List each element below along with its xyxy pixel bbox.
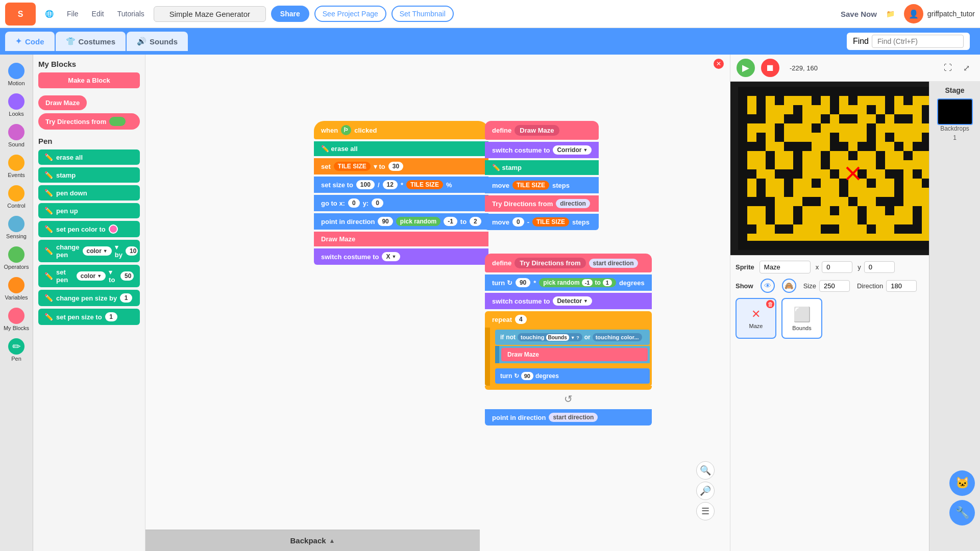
globe-button[interactable]: 🌐	[41, 8, 58, 20]
pen-up-block[interactable]: ✏️ pen up	[38, 203, 140, 218]
try-directions-call-block[interactable]: Try Directions from direction	[485, 195, 599, 212]
try-directions-def-label: Try Directions from	[514, 258, 585, 268]
edit-menu-button[interactable]: Edit	[88, 8, 108, 20]
switch-costume-detector-block[interactable]: switch costume to Detector ▼	[485, 293, 652, 309]
start-direction-param: start direction	[589, 259, 638, 268]
x-position-input[interactable]	[822, 261, 852, 273]
erase-all-block[interactable]: ✏️ erase all	[38, 149, 140, 165]
point-in-start-direction[interactable]: point in direction start direction	[485, 409, 652, 425]
green-flag-button[interactable]: ▶	[737, 59, 755, 77]
sidebar-item-pen[interactable]: ✏ Pen	[1, 335, 32, 365]
zoom-fit-button[interactable]: ☰	[696, 502, 715, 520]
sprite-name-input[interactable]	[760, 261, 811, 273]
svg-rect-78	[821, 224, 839, 234]
stage-label[interactable]: Stage	[945, 86, 964, 94]
erase-all-script-block[interactable]: ✏️ erase all	[314, 141, 488, 156]
costume-x-dropdown[interactable]: X ▼	[382, 252, 400, 261]
set-size-block[interactable]: set size to 100 / 12 * TILE SIZE %	[314, 177, 488, 193]
switch-costume-x-block[interactable]: switch costume to X ▼	[314, 248, 488, 265]
define-draw-maze-block[interactable]: define Draw Maze	[485, 121, 599, 140]
direction-input[interactable]	[886, 280, 917, 292]
detector-dropdown[interactable]: Detector ▼	[553, 296, 592, 306]
pen-down-block[interactable]: ✏️ pen down	[38, 185, 140, 201]
extensions-button[interactable]: 🔧	[949, 500, 975, 525]
set-thumbnail-button[interactable]: Set Thumbnail	[391, 6, 454, 22]
sidebar-item-operators[interactable]: Operators	[1, 243, 32, 273]
repeat-4-block[interactable]: repeat 4 if not touching Bounds ▼ ? or t…	[485, 311, 652, 390]
draw-maze-call-block[interactable]: Draw Maze	[314, 232, 488, 246]
y-position-input[interactable]	[864, 261, 895, 273]
zoom-in-button[interactable]: 🔍	[696, 461, 715, 480]
find-input[interactable]	[872, 35, 964, 48]
switch-costume-corridor-block[interactable]: switch costume to Corridor ▼	[485, 142, 599, 158]
sidebar-item-sound[interactable]: Sound	[1, 121, 32, 151]
sidebar-item-variables[interactable]: Variables	[1, 274, 32, 304]
bounds-dropdown[interactable]: Bounds	[546, 334, 569, 341]
pick-random-inner[interactable]: pick random -1 to 1	[539, 278, 616, 287]
pen-color-type-dropdown[interactable]: color	[77, 271, 106, 281]
folder-button[interactable]: 📁	[882, 8, 899, 20]
touching-color[interactable]: touching color...	[593, 333, 642, 341]
tab-costumes[interactable]: 👕 Costumes	[56, 32, 126, 51]
delete-maze-button[interactable]: 🗑	[766, 300, 774, 308]
move-tile-size-block[interactable]: move TILE SIZE steps	[485, 177, 599, 193]
sidebar-item-control[interactable]: Control	[1, 182, 32, 212]
chat-cat-button[interactable]: 🐱	[949, 470, 975, 496]
turn-random-block[interactable]: turn ↻ 90 * pick random -1 to 1 degrees	[485, 274, 652, 291]
stamp-block[interactable]: ✏️ stamp	[38, 167, 140, 183]
sidebar-item-motion[interactable]: Motion	[1, 60, 32, 89]
set-pen-color-block[interactable]: ✏️ set pen color to	[38, 221, 140, 237]
when-flag-clicked-block[interactable]: when 🏳 clicked	[314, 121, 488, 139]
sidebar-item-looks[interactable]: Looks	[1, 90, 32, 120]
sound-icon	[8, 124, 24, 140]
pick-random-block[interactable]: pick random	[396, 217, 440, 226]
file-menu-button[interactable]: File	[63, 8, 83, 20]
go-to-xy-block[interactable]: go to x: 0 y: 0	[314, 195, 488, 211]
draw-maze-inner-call[interactable]: Draw Maze	[501, 348, 648, 361]
stage-background-thumbnail[interactable]	[937, 98, 973, 125]
sidebar-item-myblocks[interactable]: My Blocks	[1, 305, 32, 334]
set-tile-size-block[interactable]: set TILE SIZE ▾ to 30	[314, 158, 488, 174]
tutorials-button[interactable]: Tutorials	[113, 8, 149, 20]
secondbar: ✦ Code 👕 Costumes 🔊 Sounds Find	[0, 28, 980, 55]
corridor-dropdown[interactable]: Corridor ▼	[553, 145, 592, 155]
svg-rect-42	[766, 151, 775, 169]
set-pen-color-val-block[interactable]: ✏️ set pen color ▾ to 50	[38, 265, 140, 287]
tab-code[interactable]: ✦ Code	[5, 32, 55, 51]
expand-stage-button[interactable]: ⛶	[940, 60, 955, 76]
toggle-switch[interactable]	[109, 117, 126, 126]
tab-sounds[interactable]: 🔊 Sounds	[127, 32, 188, 51]
see-project-button[interactable]: See Project Page	[314, 6, 386, 22]
show-visible-button[interactable]: 👁	[761, 279, 775, 293]
point-direction-block[interactable]: point in direction 90 pick random -1 to …	[314, 213, 488, 230]
try-directions-block[interactable]: Try Directions from	[38, 113, 140, 130]
sprite-thumb-maze[interactable]: 🗑 ✕ Maze	[736, 298, 776, 339]
project-title-input[interactable]: Simple Maze Generator	[154, 6, 266, 22]
fullscreen-button[interactable]: ⤢	[959, 60, 974, 76]
stamp-block2[interactable]: ✏️ stamp	[485, 160, 599, 175]
close-script-button[interactable]: ✕	[714, 59, 724, 69]
define-try-directions-block[interactable]: define Try Directions from start directi…	[485, 254, 652, 272]
show-hidden-button[interactable]: 🙈	[782, 279, 796, 293]
coordinates-display: -229, 160	[790, 64, 818, 72]
make-block-button[interactable]: Make a Block	[38, 72, 140, 88]
backpack-bar[interactable]: Backpack ▲	[145, 530, 480, 551]
zoom-out-button[interactable]: 🔎	[696, 482, 715, 500]
change-pen-color-block[interactable]: ✏️ change pen color ▾ by 10	[38, 240, 140, 262]
size-input[interactable]	[819, 280, 850, 292]
sidebar-item-events[interactable]: Events	[1, 152, 32, 181]
move-back-block[interactable]: move 0 - TILE SIZE steps	[485, 214, 599, 230]
draw-maze-block[interactable]: Draw Maze	[38, 95, 87, 110]
set-pen-size-block[interactable]: ✏️ set pen size to 1	[38, 309, 140, 325]
pen-color-dropdown[interactable]: color	[83, 246, 112, 256]
scratch-logo[interactable]: S	[5, 3, 36, 26]
script-area: ✕ when 🏳 clicked ✏️ erase all set TILE S…	[145, 55, 730, 551]
size-prop: Size	[803, 280, 850, 292]
change-pen-size-block[interactable]: ✏️ change pen size by 1	[38, 290, 140, 306]
sprite-thumb-bounds[interactable]: ⬜ Bounds	[781, 298, 822, 339]
save-now-button[interactable]: Save Now	[841, 10, 877, 18]
sidebar-item-sensing[interactable]: Sensing	[1, 213, 32, 242]
stop-button[interactable]: ⏹	[761, 59, 779, 77]
touching-bounds[interactable]: touching Bounds ▼ ?	[518, 333, 582, 341]
share-button[interactable]: Share	[271, 6, 309, 22]
